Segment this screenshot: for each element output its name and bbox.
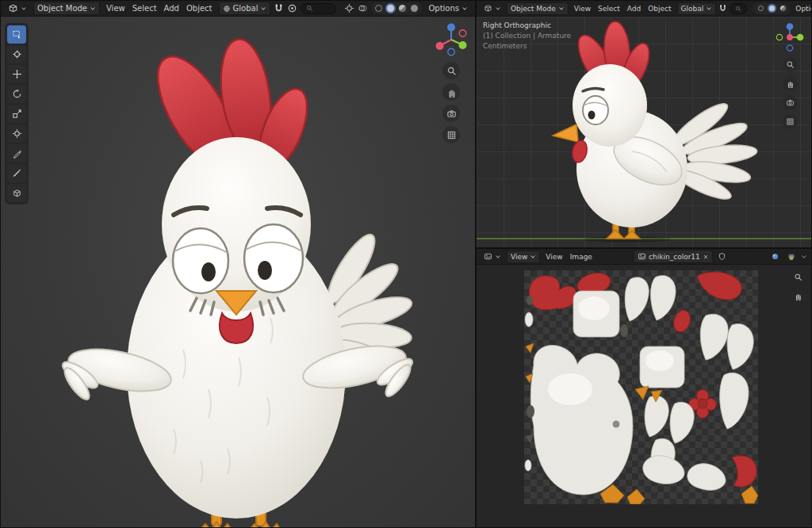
tool-select-box[interactable] (7, 25, 26, 44)
menu-add[interactable]: Add (161, 2, 182, 14)
grid-icon (446, 130, 457, 140)
mode-dropdown[interactable]: Object Mode (507, 2, 569, 15)
editor-type-button[interactable] (5, 2, 30, 16)
tool-rotate[interactable] (7, 85, 26, 103)
shading-wireframe-button[interactable] (756, 4, 765, 13)
tool-transform[interactable] (7, 124, 26, 143)
camera-view-button[interactable] (783, 95, 798, 110)
globe-icon (223, 5, 231, 13)
search-icon (306, 5, 313, 12)
menu-view[interactable]: View (571, 3, 594, 14)
menu-object[interactable]: Object (645, 3, 674, 14)
tool-add-cube[interactable] (7, 184, 26, 202)
front-viewport-scene[interactable] (1, 17, 475, 527)
menu-view[interactable]: View (103, 2, 128, 14)
tool-cursor[interactable] (7, 45, 26, 63)
zoom-button[interactable] (442, 62, 460, 79)
menu-select[interactable]: Select (595, 3, 623, 14)
pan-button[interactable] (791, 289, 806, 304)
shading-material-button[interactable] (778, 4, 787, 13)
chevron-down-icon (260, 6, 266, 12)
options-label: Options (428, 4, 459, 13)
image-editor-canvas[interactable] (477, 265, 811, 527)
fake-user-toggle[interactable] (715, 250, 730, 264)
orientation-gizmo[interactable] (433, 21, 469, 58)
add-cube-icon (12, 188, 22, 198)
menu-image[interactable]: Image (567, 251, 596, 262)
search-input[interactable] (730, 3, 747, 14)
side-viewport-canvas[interactable]: Right Orthographic (1) Collection | Arma… (477, 17, 811, 247)
search-icon (735, 6, 741, 12)
chicken-model[interactable] (59, 36, 416, 527)
viewport-3d-icon (484, 4, 492, 13)
orientation-label: Global (681, 5, 704, 13)
menu-view[interactable]: View (542, 251, 565, 262)
search-input[interactable] (301, 3, 336, 14)
material-icon (780, 6, 786, 11)
toggle-ortho-button[interactable] (783, 114, 798, 129)
display-channels-dropdown[interactable] (784, 250, 799, 264)
viewport-menubar: View Select Add Object (571, 3, 675, 14)
cursor-icon (12, 49, 22, 59)
transform-orientation-dropdown[interactable]: Global (677, 2, 717, 15)
front-viewport-canvas[interactable] (1, 17, 475, 527)
zoom-button[interactable] (791, 270, 806, 285)
orientation-gizmo[interactable] (774, 21, 806, 53)
mode-dropdown[interactable]: Object Mode (33, 2, 100, 15)
menu-object[interactable]: Object (183, 2, 216, 14)
material-icon (399, 5, 406, 12)
chevron-down-icon (495, 254, 501, 260)
show-gizmo-toggle[interactable] (344, 2, 354, 16)
tool-annotate[interactable] (7, 144, 26, 163)
zoom-button[interactable] (783, 57, 798, 72)
options-dropdown[interactable]: Options (792, 3, 811, 14)
image-editor-header: View View Image chikin_color11 (477, 249, 811, 265)
texture-image[interactable] (524, 270, 758, 504)
hand-icon (446, 87, 457, 98)
chevron-down-icon (21, 6, 27, 12)
show-overlays-toggle[interactable] (358, 2, 368, 16)
tool-measure[interactable] (7, 164, 26, 182)
editor-type-button[interactable] (481, 2, 504, 16)
move-icon (12, 69, 22, 79)
tool-move[interactable] (7, 65, 26, 83)
snap-magnet-toggle[interactable] (718, 2, 727, 16)
image-editor-icon (484, 252, 492, 261)
shading-wireframe-button[interactable] (373, 3, 384, 13)
rgb-channels-icon (787, 252, 796, 262)
viewport-menubar: View Select Add Object (103, 2, 216, 14)
editor-mode-dropdown[interactable]: View (507, 251, 540, 263)
shading-solid-button[interactable] (385, 3, 396, 13)
image-nav-controls (791, 270, 806, 304)
tool-scale[interactable] (7, 105, 26, 123)
pan-button[interactable] (442, 83, 460, 101)
annotate-icon (12, 148, 22, 159)
unlink-close-icon (703, 254, 709, 260)
image-editor-menubar: View Image (542, 251, 596, 262)
gizmo-icon (344, 3, 354, 13)
magnet-icon (718, 4, 727, 13)
side-viewport-scene[interactable] (477, 17, 811, 247)
toggle-ortho-button[interactable] (442, 126, 460, 143)
shading-material-button[interactable] (397, 3, 408, 13)
transform-icon (12, 128, 22, 139)
rendered-icon (411, 5, 418, 12)
menu-select[interactable]: Select (129, 2, 160, 14)
camera-view-button[interactable] (442, 105, 460, 122)
overlays-toggle[interactable] (768, 250, 782, 264)
editor-type-button[interactable] (481, 250, 504, 264)
mode-label: Object Mode (37, 4, 87, 13)
shading-rendered-button[interactable] (409, 3, 419, 13)
texture-image-frame (524, 270, 758, 504)
image-datablock-selector[interactable]: chikin_color11 (634, 250, 713, 263)
options-dropdown[interactable]: Options (425, 2, 471, 14)
wireframe-icon (758, 6, 764, 11)
pan-button[interactable] (783, 76, 798, 91)
shading-solid-button[interactable] (767, 4, 776, 13)
viewport-shading-modes (753, 3, 790, 14)
snap-magnet-toggle[interactable] (274, 2, 284, 16)
menu-add[interactable]: Add (624, 3, 644, 14)
transform-orientation-dropdown[interactable]: Global (219, 2, 271, 15)
wireframe-icon (375, 5, 382, 12)
proportional-editing-toggle[interactable] (287, 2, 297, 16)
